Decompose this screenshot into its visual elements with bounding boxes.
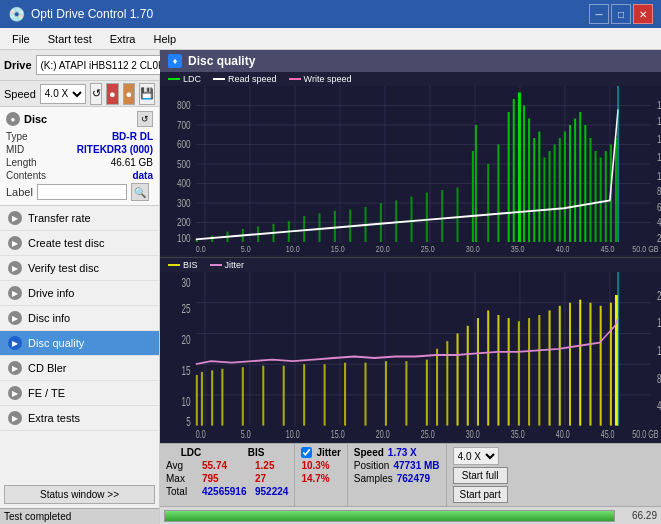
svg-rect-152	[538, 315, 540, 426]
disc-label-input[interactable]	[37, 184, 127, 200]
max-jitter-val: 14.7%	[301, 473, 329, 484]
disc-quality-header-icon: ♦	[168, 54, 182, 68]
nav-label-disc-info: Disc info	[28, 312, 70, 324]
avg-ldc-val: 55.74	[202, 460, 247, 471]
content-header: ♦ Disc quality	[160, 50, 661, 72]
svg-rect-73	[533, 138, 535, 242]
verify-test-icon: ▶	[8, 261, 22, 275]
svg-text:4X: 4X	[657, 218, 661, 229]
svg-rect-74	[538, 132, 540, 243]
maximize-button[interactable]: □	[611, 4, 631, 24]
svg-rect-89	[615, 138, 617, 242]
svg-rect-87	[605, 151, 607, 242]
sidebar-item-disc-info[interactable]: ▶ Disc info	[0, 306, 159, 331]
svg-rect-146	[477, 318, 479, 426]
svg-text:25.0: 25.0	[421, 429, 435, 441]
speed-val: 1.73 X	[388, 447, 417, 458]
disc-length-row: Length 46.61 GB	[6, 157, 153, 168]
sidebar-item-extra-tests[interactable]: ▶ Extra tests	[0, 406, 159, 431]
svg-text:18X: 18X	[657, 101, 661, 112]
svg-text:10: 10	[182, 395, 191, 408]
svg-text:5: 5	[186, 415, 191, 428]
svg-rect-131	[221, 369, 223, 426]
svg-rect-86	[600, 158, 602, 243]
close-button[interactable]: ✕	[633, 4, 653, 24]
svg-text:20.0: 20.0	[376, 429, 390, 441]
label-icon-button[interactable]: 🔍	[131, 183, 149, 201]
start-full-button[interactable]: Start full	[453, 467, 508, 484]
svg-rect-82	[579, 112, 581, 242]
position-label: Position	[354, 460, 390, 471]
menu-start-test[interactable]: Start test	[40, 31, 100, 47]
stats-jitter-col: Jitter 10.3% 14.7%	[295, 444, 347, 506]
start-part-button[interactable]: Start part	[453, 486, 508, 503]
sidebar-item-verify-test-disc[interactable]: ▶ Verify test disc	[0, 256, 159, 281]
save-button[interactable]: 💾	[139, 83, 155, 105]
sidebar-item-cd-bler[interactable]: ▶ CD Bler	[0, 356, 159, 381]
app-title: Opti Drive Control 1.70	[31, 7, 153, 21]
svg-text:45.0: 45.0	[601, 429, 615, 441]
menu-help[interactable]: Help	[145, 31, 184, 47]
svg-text:20.0: 20.0	[376, 245, 390, 255]
disc-mid-label: MID	[6, 144, 24, 155]
svg-rect-147	[487, 310, 489, 425]
svg-rect-54	[318, 213, 320, 242]
speed-select[interactable]: 4.0 X 2.0 X 1.0 X	[40, 84, 86, 104]
svg-text:30: 30	[182, 277, 191, 290]
disc-mid-row: MID RITEKDR3 (000)	[6, 144, 153, 155]
sidebar-item-drive-info[interactable]: ▶ Drive info	[0, 281, 159, 306]
svg-text:2X: 2X	[657, 233, 661, 244]
svg-rect-70	[518, 93, 521, 243]
create-test-icon: ▶	[8, 236, 22, 250]
svg-rect-136	[324, 364, 326, 425]
avg-jitter-row: 10.3%	[301, 460, 340, 471]
write-speed-legend-label: Write speed	[304, 74, 352, 84]
avg-row: Avg 55.74 1.25	[166, 460, 288, 471]
sidebar-item-fe-te[interactable]: ▶ FE / TE	[0, 381, 159, 406]
status-window-button[interactable]: Status window >>	[4, 485, 155, 504]
stats-area: LDC BIS Avg 55.74 1.25 Max 795 27 Total …	[160, 443, 661, 506]
disc-quality-icon: ▶	[8, 336, 22, 350]
minimize-button[interactable]: ─	[589, 4, 609, 24]
svg-rect-72	[528, 119, 530, 243]
svg-text:12X: 12X	[657, 153, 661, 164]
sidebar-item-transfer-rate[interactable]: ▶ Transfer rate	[0, 206, 159, 231]
disc-refresh-btn[interactable]: ↺	[137, 111, 153, 127]
ldc-legend-color	[168, 78, 180, 80]
svg-rect-129	[201, 372, 203, 426]
settings-button[interactable]: ●	[106, 83, 118, 105]
menu-file[interactable]: File	[4, 31, 38, 47]
read-speed-legend-label: Read speed	[228, 74, 277, 84]
total-ldc-val: 42565916	[202, 486, 247, 497]
svg-text:10.0: 10.0	[286, 245, 300, 255]
svg-text:4%: 4%	[657, 400, 661, 413]
menu-extra[interactable]: Extra	[102, 31, 144, 47]
sidebar-item-create-test-disc[interactable]: ▶ Create test disc	[0, 231, 159, 256]
svg-rect-66	[487, 164, 489, 242]
status-btn-area: Status window >>	[4, 485, 155, 504]
svg-text:15.0: 15.0	[331, 245, 345, 255]
svg-rect-77	[554, 145, 556, 243]
svg-text:45.0: 45.0	[601, 245, 615, 255]
write-speed-legend-color	[289, 78, 301, 80]
svg-rect-59	[395, 200, 397, 242]
burn-button[interactable]: ●	[123, 83, 135, 105]
svg-text:0.0: 0.0	[196, 429, 206, 441]
svg-text:700: 700	[177, 120, 191, 131]
position-row: Position 47731 MB	[354, 460, 440, 471]
sidebar-item-disc-quality[interactable]: ▶ Disc quality	[0, 331, 159, 356]
svg-text:6X: 6X	[657, 202, 661, 213]
extra-tests-icon: ▶	[8, 411, 22, 425]
svg-rect-71	[523, 106, 525, 243]
progress-area: 66.29	[160, 506, 661, 524]
refresh-button[interactable]: ↺	[90, 83, 102, 105]
svg-rect-69	[513, 99, 515, 242]
chart-speed-select[interactable]: 4.0 X	[453, 447, 499, 465]
svg-rect-83	[584, 125, 586, 242]
disc-panel: ● Disc ↺ Type BD-R DL MID RITEKDR3 (000)…	[0, 107, 159, 206]
svg-rect-55	[334, 211, 336, 242]
svg-text:35.0: 35.0	[511, 245, 525, 255]
jitter-checkbox[interactable]	[301, 447, 312, 458]
disc-icon: ●	[6, 112, 20, 126]
bis-col-header: BIS	[236, 447, 276, 458]
